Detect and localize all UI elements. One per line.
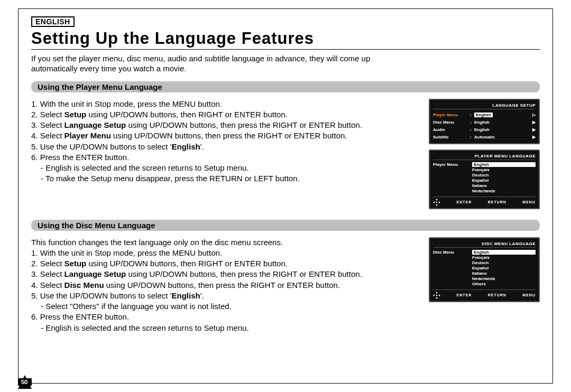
tv3-lang4: Italiano	[472, 271, 536, 276]
colon-icon: :	[470, 120, 474, 125]
section2-instructions: This function changes the text language …	[31, 237, 418, 333]
section1-instructions: 1. With the unit in Stop mode, press the…	[31, 99, 418, 184]
dpad-icon	[433, 292, 440, 299]
tv3-lang2: Deutsch	[472, 260, 536, 265]
s1-step1: 1. With the unit in Stop mode, press the…	[31, 99, 222, 108]
chevron-right-icon: ▶	[530, 135, 536, 139]
chevron-right-icon: ▶	[530, 120, 536, 125]
tv3-lang6: Others	[472, 282, 536, 286]
tv3-lang1: Français	[472, 255, 536, 260]
tv2-lang3: Español	[472, 178, 536, 183]
tv3-lang0: English	[472, 250, 536, 255]
tv-language-setup: LANGUAGE SETUP Player Menu : English ▷ D…	[429, 99, 540, 144]
tv3-return: RETURN	[488, 293, 506, 297]
intro-line2: automatically every time you watch a mov…	[31, 64, 186, 73]
colon-icon: :	[470, 113, 474, 117]
tv3-lang3: Español	[472, 266, 536, 270]
s2-step1: 1. With the unit in Stop mode, press the…	[31, 248, 222, 257]
chevron-right-icon: ▷	[530, 113, 536, 117]
s2-step6a: - English is selected and the screen ret…	[31, 323, 418, 333]
s2-step3: 3. Select Language Setup using UP/DOWN b…	[31, 269, 362, 278]
tv2-menu: MENU	[522, 200, 536, 204]
tv3-menu: MENU	[522, 293, 536, 297]
tv1-row2-label: Audio	[433, 127, 470, 132]
tv1-row3-value: Automatic	[474, 135, 530, 139]
s1-step4: 4. Select Player Menu using UP/DOWN butt…	[31, 131, 347, 140]
svg-marker-0	[436, 199, 438, 200]
s1-step6b: - To make the Setup menu disappear, pres…	[31, 173, 418, 184]
svg-marker-3	[439, 201, 440, 203]
tv-disc-menu-language: DISC MENU LANGUAGE Disc Menu English Fra…	[429, 237, 540, 302]
section1-bar: Using the Player Menu Language	[31, 81, 540, 92]
s2-step6: 6. Press the ENTER button.	[31, 312, 129, 321]
section2-tvs: DISC MENU LANGUAGE Disc Menu English Fra…	[429, 237, 540, 302]
tv1-title: LANGUAGE SETUP	[433, 103, 536, 109]
dpad-icon	[433, 199, 440, 206]
s1-step6a: - English is selected and the screen ret…	[31, 163, 418, 173]
tv-player-menu-language: PLAYER MENU LANGUAGE Player Menu English…	[429, 150, 540, 209]
tv2-lang4: Italiano	[472, 183, 536, 188]
s1-step5: 5. Use the UP/DOWN buttons to select 'En…	[31, 142, 204, 151]
tv1-row1-label: Disc Menu	[433, 120, 470, 125]
svg-marker-5	[436, 292, 438, 293]
tv1-row-audio: Audio : English ▶	[433, 126, 536, 134]
s1-step3: 3. Select Language Setup using UP/DOWN b…	[31, 120, 362, 129]
tv3-languages: English Français Deutsch Español Italian…	[472, 250, 536, 286]
language-box: ENGLISH	[31, 16, 75, 27]
tv1-row3-label: Subtitle	[433, 135, 470, 139]
tv3-title: DISC MENU LANGUAGE	[433, 241, 536, 248]
tv3-label: Disc Menu	[433, 250, 472, 255]
svg-marker-1	[436, 204, 438, 206]
s2-lead: This function changes the text language …	[31, 238, 283, 247]
s2-step5d: - Select "Others" if the language you wa…	[31, 301, 418, 312]
tv1-row-disc-menu: Disc Menu : English ▶	[433, 119, 536, 126]
tv3-enter: ENTER	[456, 293, 472, 297]
tv2-return: RETURN	[488, 200, 506, 204]
svg-marker-8	[439, 294, 440, 296]
tv3-lang5: Nederlands	[472, 276, 536, 281]
title-rule	[31, 49, 540, 50]
s2-step5: 5. Use the UP/DOWN buttons to select 'En…	[31, 291, 204, 300]
tv2-label: Player Menu	[433, 162, 472, 167]
tv2-enter: ENTER	[456, 200, 472, 204]
section2-bar: Using the Disc Menu Language	[31, 220, 540, 231]
s2-step4: 4. Select Disc Menu using UP/DOWN button…	[31, 281, 340, 290]
colon-icon: :	[470, 135, 474, 139]
intro-text: If you set the player menu, disc menu, a…	[31, 54, 540, 74]
s1-step6: 6. Press the ENTER button.	[31, 153, 129, 162]
tv1-row-subtitle: Subtitle : Automatic ▶	[433, 134, 536, 141]
tv1-row0-value: English	[474, 113, 530, 117]
tv2-lang5: Nederlands	[472, 189, 536, 193]
tv1-row2-value: English	[474, 127, 530, 132]
tv1-row0-label: Player Menu	[433, 113, 470, 117]
svg-point-9	[436, 294, 438, 296]
section1-body: 1. With the unit in Stop mode, press the…	[31, 99, 540, 209]
page-number-badge: 50	[18, 375, 39, 389]
chevron-right-icon: ▶	[530, 127, 536, 132]
intro-line1: If you set the player menu, disc menu, a…	[31, 54, 370, 63]
tv3-footer: ENTER RETURN MENU	[433, 290, 536, 299]
tv2-lang1: Français	[472, 167, 536, 172]
tv2-lang2: Deutsch	[472, 173, 536, 178]
tv2-title: PLAYER MENU LANGUAGE	[433, 154, 536, 160]
section2-body: This function changes the text language …	[31, 237, 540, 333]
tv2-lang0: English	[472, 162, 536, 167]
page-frame: ENGLISH Setting Up the Language Features…	[18, 8, 553, 384]
tv1-row1-value: English	[474, 120, 530, 125]
s2-step2: 2. Select Setup using UP/DOWN buttons, t…	[31, 259, 288, 268]
svg-point-4	[436, 201, 438, 203]
tv2-languages: English Français Deutsch Español Italian…	[472, 162, 536, 193]
svg-marker-2	[433, 201, 435, 203]
section1-tvs: LANGUAGE SETUP Player Menu : English ▷ D…	[429, 99, 540, 209]
page-number: 50	[21, 379, 27, 385]
tv2-footer: ENTER RETURN MENU	[433, 197, 536, 206]
tv1-row-player-menu: Player Menu : English ▷	[433, 111, 536, 119]
s1-step2: 2. Select Setup using UP/DOWN buttons, t…	[31, 110, 288, 119]
page-title: Setting Up the Language Features	[31, 29, 540, 48]
colon-icon: :	[470, 127, 474, 132]
svg-marker-7	[433, 294, 435, 296]
svg-marker-6	[436, 297, 438, 299]
